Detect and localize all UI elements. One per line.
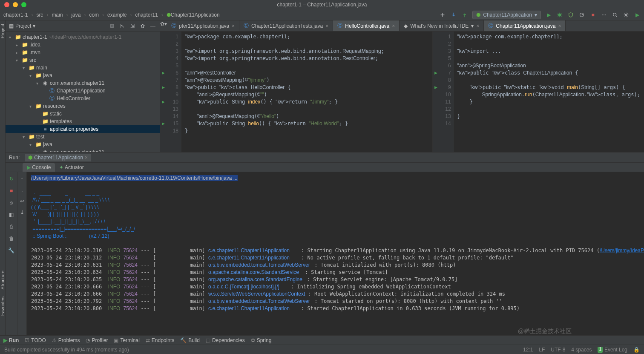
settings-icon[interactable]: ✿ (139, 23, 146, 29)
up-icon[interactable]: ↑ (19, 176, 26, 182)
close-icon[interactable]: × (558, 23, 561, 29)
close-icon[interactable]: × (325, 23, 328, 29)
bottom-tab-todo[interactable]: ☑ TODO (25, 337, 46, 343)
close-icon[interactable]: × (232, 23, 235, 29)
line-ending[interactable]: LF (539, 347, 545, 353)
editor-tab[interactable]: Ⓒpter11Application.java× (167, 20, 239, 31)
breadcrumb[interactable]: chapter1-1›src›main›java›com›example›cha… (3, 12, 220, 18)
close-icon[interactable] (4, 2, 9, 7)
editor-group: ✿▾ Ⓒpter11Application.java×ⒸChapter11App… (160, 20, 644, 152)
collapse-all-icon[interactable]: ⇲ (129, 23, 136, 29)
editor-pane-left[interactable]: 1234567891013141518 "kw">package com.exa… (160, 32, 433, 152)
project-tree[interactable]: ▾📁chapter1-1 ~/IdeaProjects/demo/chapter… (6, 32, 160, 152)
bottom-tab-profiler[interactable]: ◔ Profiler (86, 337, 108, 343)
expand-all-icon[interactable]: ⇱ (119, 23, 126, 29)
tree-item[interactable]: ▾📁src (6, 56, 160, 64)
status-message: Build completed successfully in 494 ms (… (4, 347, 129, 353)
tree-item[interactable]: ▾◉com.example.chapter11 (6, 148, 160, 152)
wrench-icon[interactable]: 🔧 (8, 247, 15, 254)
camera-icon[interactable]: ◧ (8, 211, 15, 218)
bottom-tab-spring[interactable]: ✿ Spring (251, 337, 272, 343)
debug-button[interactable] (556, 12, 563, 18)
tree-item[interactable]: ▾📁main (6, 64, 160, 72)
profile-button[interactable] (578, 12, 585, 18)
tree-item[interactable]: ⒸHelloController (6, 95, 160, 102)
close-icon[interactable]: × (85, 155, 88, 161)
rerun-icon[interactable]: ↻ (8, 176, 15, 182)
stop-button[interactable]: ■ (589, 12, 596, 18)
down-icon[interactable]: ↓ (19, 187, 26, 193)
run-tool-window: Run: ⬢ Chapter11Application × ✿ — ▶ Cons… (6, 152, 644, 335)
stop-icon[interactable]: ■ (8, 187, 15, 194)
settings-button[interactable] (623, 12, 630, 18)
gutter-left[interactable]: 1234567891013141518 (160, 32, 181, 152)
project-view-selector[interactable]: ▤ Project ▾ (9, 23, 35, 29)
bottom-tab-build[interactable]: 🔨 Build (180, 337, 200, 343)
coverage-button[interactable] (567, 12, 574, 18)
favorites-tool-tab[interactable]: Favorites (0, 296, 5, 316)
indent[interactable]: 4 spaces (571, 347, 592, 353)
main-content: Project Structure Favorites ▤ Project ▾ … (0, 20, 644, 335)
editor-pane-right[interactable]: 123567891011121314 "kw">package com.exam… (433, 32, 644, 152)
tab-settings-icon[interactable]: ✿▾ (160, 20, 167, 27)
tree-item[interactable]: 📁static (6, 110, 160, 118)
maximize-icon[interactable] (21, 2, 26, 7)
tree-item[interactable]: ⒸChapter11Application (6, 87, 160, 95)
minimize-icon[interactable] (13, 2, 18, 7)
tree-item[interactable]: 📁templates (6, 118, 160, 125)
select-opened-icon[interactable] (109, 23, 115, 29)
bottom-tab-problems[interactable]: ⚠ Problems (52, 337, 80, 343)
close-icon[interactable]: × (476, 23, 479, 29)
trash-icon[interactable]: 🗑 (8, 235, 15, 242)
window-title: chapter1-1 – Chapter11Application.java (277, 2, 367, 8)
search-button[interactable] (612, 12, 618, 18)
lock-icon[interactable]: 🔒 (633, 347, 640, 353)
run-tab[interactable]: ⬢ Chapter11Application × (25, 154, 91, 161)
vcs-up-icon[interactable] (461, 12, 468, 18)
folder-icon: ▤ (9, 23, 14, 29)
actuator-subtab[interactable]: ✦ Actuator (55, 163, 88, 172)
tree-item[interactable]: ▾◉com.example.chapter11 (6, 79, 160, 87)
editor-tab[interactable]: ⒸChapter11Application.java× (484, 20, 566, 31)
bottom-tab-run[interactable]: ▶ Run (3, 337, 19, 343)
scroll-icon[interactable]: ⤓ (19, 209, 26, 216)
bottom-tab-endpoints[interactable]: ⇄ Endpoints (146, 337, 174, 343)
window-controls (0, 2, 26, 7)
run-button[interactable]: ▶ (545, 12, 552, 18)
run-configuration-dropdown[interactable]: ⬢ Chapter11Application ▾ (472, 11, 541, 19)
gutter-right[interactable]: 123567891011121314 (433, 32, 454, 152)
wrap-icon[interactable]: ↩ (19, 198, 26, 204)
event-log[interactable]: Event Log (604, 347, 627, 353)
bottom-tab-terminal[interactable]: ▣ Terminal (114, 337, 139, 343)
tree-item[interactable]: ▸📁.mvn (6, 49, 160, 56)
tree-item[interactable]: ▾📁java (6, 72, 160, 79)
editor-tab[interactable]: ⒸChapter11ApplicationTests.java× (239, 20, 333, 31)
tree-item[interactable]: ▾📁java (6, 141, 160, 148)
console-subtab[interactable]: ▶ Console (23, 163, 55, 172)
add-config-icon[interactable] (439, 12, 446, 18)
structure-tool-tab[interactable]: Structure (0, 271, 5, 290)
vcs-down-icon[interactable] (450, 12, 457, 18)
code-left[interactable]: "kw">package com.example.chapter11; "kw"… (181, 32, 432, 152)
tree-item[interactable]: ≡application.properties (6, 125, 160, 133)
tree-item[interactable]: ▾📁resources (6, 102, 160, 110)
tree-item[interactable]: ▸📁.idea (6, 41, 160, 49)
bottom-tab-dependencies[interactable]: ⬚ Dependencies (206, 337, 245, 343)
more-button[interactable]: ⋯ (601, 12, 607, 18)
tree-item[interactable]: ▾📁test (6, 133, 160, 141)
run-header: Run: ⬢ Chapter11Application × ✿ — (6, 153, 644, 163)
caret-position[interactable]: 12:1 (523, 347, 533, 353)
exit-icon[interactable]: ⎋ (8, 199, 15, 206)
console-output[interactable]: /Users/jimmy/Library/Java/JavaVirtualMac… (27, 172, 644, 335)
emulator-button[interactable]: ▶ (634, 12, 641, 18)
svg-point-3 (625, 14, 627, 16)
close-icon[interactable]: × (392, 23, 395, 29)
code-right[interactable]: "kw">package com.example.chapter11; "kw"… (454, 32, 644, 152)
project-tool-tab[interactable]: Project (0, 24, 5, 38)
tree-item[interactable]: ▾📁chapter1-1 ~/IdeaProjects/demo/chapter… (6, 33, 160, 41)
editor-tab[interactable]: ⒸHelloController.java× (333, 20, 400, 31)
print-icon[interactable]: ⎙ (8, 223, 15, 230)
editor-tab[interactable]: ◆What's New in IntelliJ IDE▾× (400, 20, 484, 31)
hide-icon[interactable]: — (150, 23, 156, 29)
encoding[interactable]: UTF-8 (551, 347, 565, 353)
